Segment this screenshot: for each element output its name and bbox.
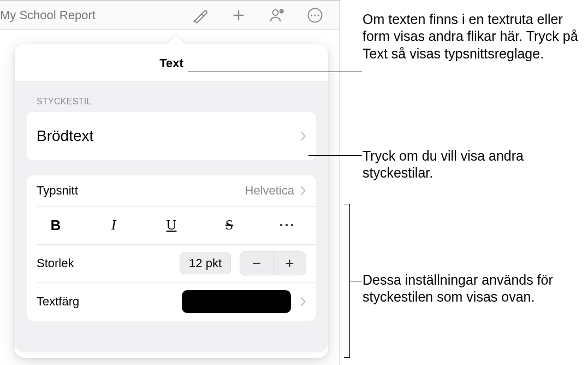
strikethrough-button[interactable]: S: [213, 212, 246, 238]
text-color-swatch[interactable]: [182, 290, 291, 313]
toolbar: My School Report: [0, 1, 340, 30]
leader-line: [188, 72, 362, 72]
more-format-button[interactable]: ···: [271, 212, 304, 238]
svg-point-3: [311, 14, 312, 16]
chevron-right-icon: [300, 296, 306, 307]
size-stepper: − +: [240, 251, 306, 275]
document-title: My School Report: [0, 8, 191, 22]
paragraph-style-row[interactable]: Brödtext: [27, 112, 316, 160]
svg-point-5: [318, 14, 319, 16]
bold-button[interactable]: B: [39, 212, 72, 238]
font-row[interactable]: Typsnitt Helvetica: [27, 175, 316, 206]
callout-text-tab: Om texten finns i en textruta eller form…: [363, 11, 588, 62]
more-icon[interactable]: [307, 7, 323, 23]
svg-point-0: [273, 10, 278, 15]
size-decrease-button[interactable]: −: [240, 252, 273, 275]
paragraph-style-card: Brödtext: [27, 112, 316, 160]
size-value[interactable]: 12 pkt: [180, 252, 231, 274]
app-window: My School Report Text STYCKESTIL Brödtex…: [0, 0, 340, 365]
leader-line: [308, 155, 362, 156]
underline-button[interactable]: U: [155, 212, 188, 238]
font-value: Helvetica: [245, 184, 294, 198]
popover-tab-text[interactable]: Text: [15, 44, 328, 81]
chevron-right-icon: [300, 131, 306, 142]
svg-point-4: [314, 14, 316, 16]
format-row: B I U S ···: [27, 206, 316, 244]
format-brush-icon[interactable]: [192, 7, 209, 23]
text-color-label: Textfärg: [37, 295, 182, 309]
size-label: Storlek: [37, 256, 180, 270]
popover-body: STYCKESTIL Brödtext Typsnitt Helvetica: [15, 81, 328, 352]
font-label: Typsnitt: [37, 184, 245, 198]
size-increase-button[interactable]: +: [273, 252, 306, 275]
callout-bracket: [345, 204, 350, 358]
callout-paragraph-style: Tryck om du vill visa andra styckestilar…: [363, 148, 588, 182]
size-row: Storlek 12 pkt − +: [27, 244, 316, 282]
font-settings-card: Typsnitt Helvetica B I U S ··· Storlek 1…: [27, 175, 316, 321]
paragraph-style-name: Brödtext: [37, 127, 300, 145]
callout-settings: Dessa inställningar används för styckest…: [363, 272, 588, 306]
chevron-right-icon: [300, 185, 306, 196]
italic-button[interactable]: I: [97, 212, 130, 238]
section-label-paragraph-style: STYCKESTIL: [27, 97, 316, 107]
format-popover: Text STYCKESTIL Brödtext Typsnitt Helvet…: [15, 44, 328, 358]
collaborate-icon[interactable]: [269, 7, 285, 23]
leader-line: [350, 281, 362, 281]
text-color-row[interactable]: Textfärg: [27, 282, 316, 321]
toolbar-icons: [192, 7, 340, 23]
popover-arrow: [167, 35, 185, 44]
add-icon[interactable]: [230, 7, 247, 23]
